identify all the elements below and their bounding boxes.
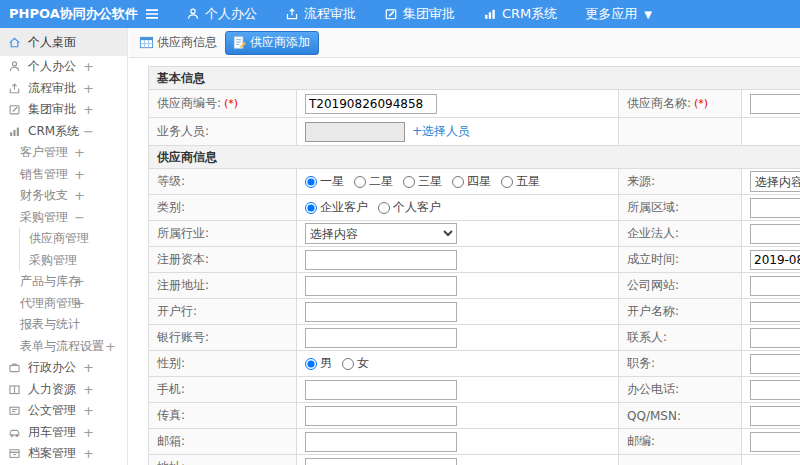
sidebar-item-label: 个人桌面 (28, 34, 76, 51)
expand-icon[interactable]: + (83, 382, 94, 397)
legal-person-input[interactable] (750, 224, 800, 244)
field-label-supplier-name: 供应商名称:(*) (619, 90, 742, 118)
sidebar-item-supplier-mgmt[interactable]: 供应商管理 (0, 228, 127, 250)
sidebar-item-label: 表单与流程设置 (20, 338, 104, 355)
field-label-office-phone: 办公电话: (619, 377, 742, 403)
position-input[interactable] (750, 354, 800, 374)
expand-icon[interactable]: + (74, 188, 85, 203)
expand-icon[interactable]: + (105, 339, 116, 354)
sidebar-item-agent-mgmt[interactable]: 代理商管理 + (0, 293, 127, 315)
sidebar-item-archive-mgmt[interactable]: 档案管理 + (0, 443, 127, 465)
sidebar-item-customer-mgmt[interactable]: 客户管理 + (0, 142, 127, 164)
expand-icon[interactable]: + (83, 59, 94, 74)
field-label-address: 地址: (149, 455, 297, 465)
tab-label: 供应商信息 (157, 34, 217, 51)
supplier-name-input[interactable] (750, 94, 800, 114)
topnav-group-approval[interactable]: 集团审批 (384, 5, 455, 23)
reg-address-input[interactable] (305, 276, 457, 296)
gender-radio[interactable] (342, 358, 354, 370)
gender-radio[interactable] (305, 358, 317, 370)
expand-icon[interactable]: + (74, 296, 85, 311)
field-label-fax: 传真: (149, 403, 297, 429)
office-phone-input[interactable] (750, 380, 800, 400)
sidebar-item-personal-desktop[interactable]: 个人桌面 (0, 28, 127, 56)
field-label-email: 邮箱: (149, 429, 297, 455)
sidebar-item-label: 客户管理 (20, 144, 68, 161)
level-radio[interactable] (501, 176, 513, 188)
topnav-crm-system[interactable]: CRM系统 (483, 5, 557, 23)
account-name-input[interactable] (750, 302, 800, 322)
expand-icon[interactable]: + (83, 102, 94, 117)
sidebar-item-group-approval[interactable]: 集团审批 + (0, 99, 127, 121)
topnav-workflow-approval[interactable]: 流程审批 (285, 5, 356, 23)
fax-input[interactable] (305, 406, 457, 426)
category-radio[interactable] (305, 202, 317, 214)
sales-person-input[interactable] (305, 122, 405, 142)
topnav-more-apps[interactable]: 更多应用 ▼ (585, 5, 652, 23)
field-label-gender: 性别: (149, 351, 297, 377)
tab-supplier-info[interactable]: 供应商信息 (134, 31, 222, 54)
menu-icon[interactable] (144, 6, 160, 22)
tab-strip: 供应商信息 供应商添加 (129, 28, 800, 58)
category-radio[interactable] (378, 202, 390, 214)
expand-icon[interactable]: + (74, 145, 85, 160)
sidebar-item-purchase-mgmt-sub[interactable]: 采购管理 (0, 250, 127, 272)
collapse-icon[interactable]: − (74, 210, 85, 225)
select-person-link[interactable]: +选择人员 (412, 124, 470, 138)
section-title: 基本信息 (149, 67, 800, 90)
expand-icon[interactable]: + (83, 360, 94, 375)
sidebar-item-label: 财务收支 (20, 187, 68, 204)
established-input[interactable] (750, 250, 800, 270)
level-radio[interactable] (354, 176, 366, 188)
mobile-input[interactable] (305, 380, 457, 400)
sidebar-item-vehicle-mgmt[interactable]: 用车管理 + (0, 422, 127, 444)
sidebar-item-label: 产品与库存 (20, 273, 80, 290)
zip-input[interactable] (750, 432, 800, 452)
sidebar-item-product-inventory[interactable]: 产品与库存 + (0, 271, 127, 293)
expand-icon[interactable]: + (83, 446, 94, 461)
field-label-sales-person: 业务人员: (149, 118, 297, 146)
reg-capital-input[interactable] (305, 250, 457, 270)
expand-icon[interactable]: + (74, 274, 85, 289)
level-radio[interactable] (403, 176, 415, 188)
region-input[interactable] (750, 198, 800, 218)
sidebar-item-form-flow-settings[interactable]: 表单与流程设置 + (0, 336, 127, 358)
form-row: 传真: QQ/MSN: (149, 403, 800, 429)
level-radio[interactable] (452, 176, 464, 188)
sidebar-item-reports[interactable]: 报表与统计 (0, 314, 127, 336)
collapse-icon[interactable]: − (83, 124, 94, 139)
sidebar-item-workflow-approval[interactable]: 流程审批 + (0, 78, 127, 100)
tab-supplier-add[interactable]: 供应商添加 (225, 31, 319, 55)
supplier-no-input[interactable] (305, 94, 437, 114)
email-input[interactable] (305, 432, 457, 452)
sidebar-item-sales-mgmt[interactable]: 销售管理 + (0, 164, 127, 186)
source-select[interactable]: 选择内容 (750, 171, 800, 192)
bank-input[interactable] (305, 302, 457, 322)
field-label-mobile: 手机: (149, 377, 297, 403)
contact-input[interactable] (750, 328, 800, 348)
expand-icon[interactable]: + (83, 81, 94, 96)
sidebar-item-admin-office[interactable]: 行政办公 + (0, 357, 127, 379)
field-label-supplier-no: 供应商编号:(*) (149, 90, 297, 118)
sidebar-item-crm-system[interactable]: CRM系统 − (0, 121, 127, 143)
sidebar-item-purchase-mgmt[interactable]: 采购管理 − (0, 207, 127, 229)
sidebar-item-finance[interactable]: 财务收支 + (0, 185, 127, 207)
home-icon (8, 36, 21, 49)
topnav-label: 集团审批 (403, 5, 455, 23)
sidebar-item-label: 公文管理 (28, 402, 76, 419)
website-input[interactable] (750, 276, 800, 296)
expand-icon[interactable]: + (74, 167, 85, 182)
sidebar-item-personal-office[interactable]: 个人办公 + (0, 56, 127, 78)
sidebar-item-document-mgmt[interactable]: 公文管理 + (0, 400, 127, 422)
expand-icon[interactable]: + (83, 403, 94, 418)
topnav-personal-office[interactable]: 个人办公 (186, 5, 257, 23)
qq-msn-input[interactable] (750, 406, 800, 426)
archive-icon (8, 447, 21, 460)
industry-select[interactable]: 选择内容 (305, 223, 457, 244)
section-header-supplier: 供应商信息 (149, 146, 800, 169)
expand-icon[interactable]: + (83, 425, 94, 440)
address-input[interactable] (305, 458, 457, 465)
sidebar-item-hr[interactable]: 人力资源 + (0, 379, 127, 401)
bank-account-input[interactable] (305, 328, 457, 348)
level-radio[interactable] (305, 176, 317, 188)
